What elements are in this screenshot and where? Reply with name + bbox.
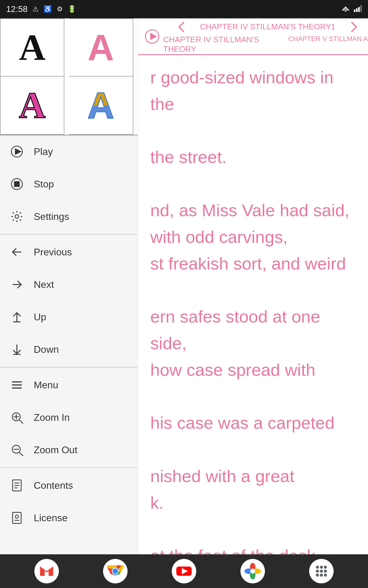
svg-point-54 (324, 566, 327, 569)
reader-play-button[interactable] (144, 28, 160, 44)
zoom-out-icon (9, 442, 25, 458)
contents-button[interactable]: Contents (0, 469, 138, 502)
menu-label: Menu (34, 379, 58, 391)
svg-point-11 (15, 215, 19, 218)
zoom-out-button[interactable]: Zoom Out (0, 434, 138, 466)
play-label: Play (34, 146, 53, 157)
settings-button[interactable]: Settings (0, 200, 138, 233)
svg-marker-36 (150, 33, 157, 40)
down-icon (9, 342, 25, 357)
previous-button[interactable]: Previous (0, 236, 138, 268)
previous-icon (9, 244, 25, 260)
svg-rect-10 (14, 182, 19, 187)
stop-button[interactable]: Stop (0, 168, 138, 200)
reader-chapter-bottom: CHAPTER IV STILLMAN'S THEORY (163, 35, 288, 54)
svg-point-59 (320, 574, 323, 577)
chrome-app-icon[interactable] (103, 559, 128, 583)
font-cell-blue-gold[interactable]: A (69, 77, 133, 135)
font-cell-pink[interactable]: A (69, 18, 133, 77)
reader-chapter-next: CHAPTER V STILLMAN AS (288, 35, 368, 54)
play-button[interactable]: Play (0, 135, 138, 168)
reader-prev-button[interactable] (163, 19, 200, 35)
reader-page-number: 1 (331, 22, 335, 32)
settings-icon (9, 209, 25, 224)
menu-section-4: Contents License (0, 469, 138, 534)
app-drawer-icon[interactable] (309, 559, 334, 583)
license-icon (9, 510, 25, 526)
svg-point-57 (324, 570, 327, 573)
svg-point-50 (250, 569, 255, 574)
next-icon (9, 277, 25, 292)
youtube-app-icon[interactable] (172, 559, 196, 583)
gmail-app-icon[interactable] (34, 559, 59, 583)
font-cell-black[interactable]: A (0, 18, 64, 77)
contents-label: Contents (34, 480, 73, 491)
stop-icon (9, 176, 25, 192)
menu-section-2: Previous Next (0, 236, 138, 366)
play-icon (9, 144, 25, 159)
previous-label: Previous (34, 247, 72, 258)
photos-app-icon[interactable] (240, 559, 265, 583)
svg-rect-6 (360, 5, 362, 12)
svg-point-56 (320, 570, 323, 573)
svg-marker-8 (15, 149, 21, 154)
svg-rect-2 (345, 10, 346, 12)
svg-point-33 (15, 515, 18, 518)
reader-text: r good-sized windows in the the street. … (150, 64, 356, 554)
bottom-bar (0, 554, 368, 588)
menu-section-1: Play Stop Settings (0, 135, 138, 233)
sidebar: A A A A Play (0, 18, 138, 554)
next-label: Next (34, 279, 54, 290)
font-cell-bold-pink[interactable]: A (0, 77, 64, 135)
accessibility-icon: ♿ (44, 5, 52, 13)
svg-rect-3 (354, 9, 355, 12)
svg-line-24 (19, 420, 23, 424)
menu-icon (9, 377, 25, 393)
status-bar: 12:58 ⚠ ♿ ⚙ 🔋 (0, 0, 368, 18)
reader-chapter-current: CHAPTER IV STILLMAN'S THEORY (200, 22, 331, 32)
svg-point-58 (316, 574, 319, 577)
svg-line-27 (19, 452, 23, 456)
up-label: Up (34, 311, 46, 323)
up-button[interactable]: Up (0, 301, 138, 333)
svg-rect-4 (356, 8, 358, 12)
svg-rect-5 (358, 7, 360, 12)
contents-icon (9, 478, 25, 493)
signal-icon (354, 4, 362, 14)
reader-next-button[interactable] (335, 19, 368, 35)
battery-icon: 🔋 (68, 5, 76, 13)
license-label: License (34, 512, 67, 524)
settings-label: Settings (34, 211, 69, 222)
svg-point-55 (316, 570, 319, 573)
zoom-in-label: Zoom In (34, 412, 70, 423)
wifi-icon (341, 4, 350, 14)
reader-content: r good-sized windows in the the street. … (138, 55, 368, 554)
alert-icon: ⚠ (33, 5, 39, 13)
divider-2 (0, 367, 138, 368)
up-icon (9, 309, 25, 325)
reader-nav: CHAPTER IV STILLMAN'S THEORY 1 CHAPTER I… (138, 18, 368, 55)
status-right (341, 4, 362, 14)
svg-point-53 (320, 566, 323, 569)
divider-1 (0, 234, 138, 235)
divider-3 (0, 467, 138, 468)
next-button[interactable]: Next (0, 268, 138, 301)
menu-section-3: Menu Zoom In (0, 369, 138, 466)
license-button[interactable]: License (0, 502, 138, 534)
menu-button[interactable]: Menu (0, 369, 138, 401)
reader-area: CHAPTER IV STILLMAN'S THEORY 1 CHAPTER I… (138, 18, 368, 554)
svg-point-52 (316, 566, 319, 569)
down-label: Down (34, 344, 59, 355)
svg-point-60 (324, 574, 327, 577)
status-time: 12:58 (6, 4, 28, 14)
stop-label: Stop (34, 179, 54, 190)
status-left: 12:58 ⚠ ♿ ⚙ 🔋 (6, 4, 76, 14)
zoom-in-button[interactable]: Zoom In (0, 401, 138, 434)
settings-status-icon: ⚙ (57, 5, 63, 13)
zoom-in-icon (9, 410, 25, 425)
down-button[interactable]: Down (0, 333, 138, 366)
svg-point-41 (113, 568, 118, 574)
font-grid: A A A A (0, 18, 138, 135)
zoom-out-label: Zoom Out (34, 444, 77, 456)
main-area: A A A A Play (0, 18, 368, 554)
